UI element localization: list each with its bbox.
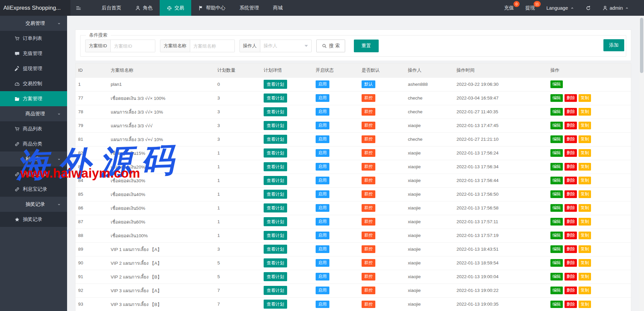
view-plan-button[interactable]: 查看计划: [264, 272, 287, 281]
edit-button[interactable]: 编辑: [550, 218, 563, 226]
view-plan-button[interactable]: 查看计划: [264, 121, 287, 130]
view-plan-button[interactable]: 查看计划: [264, 94, 287, 103]
delete-button[interactable]: 删除: [565, 218, 577, 226]
copy-button[interactable]: 复制: [579, 135, 591, 143]
sidebar-group-goods-manage[interactable]: 商品管理: [0, 106, 67, 121]
copy-button[interactable]: 复制: [579, 204, 591, 212]
edit-button[interactable]: 编辑: [550, 94, 563, 102]
sidebar-item-goods-list[interactable]: 商品列表: [0, 121, 67, 136]
delete-button[interactable]: 删除: [565, 259, 577, 267]
group-control-badge[interactable]: 群控: [362, 259, 375, 267]
sidebar-item-plan-manage[interactable]: 方案管理: [0, 91, 67, 106]
status-enabled-badge[interactable]: 启用: [316, 94, 329, 102]
copy-button[interactable]: 复制: [579, 232, 591, 239]
group-control-badge[interactable]: 群控: [362, 232, 375, 239]
group-control-badge[interactable]: 群控: [362, 135, 375, 143]
status-enabled-badge[interactable]: 启用: [316, 177, 329, 184]
delete-button[interactable]: 删除: [565, 301, 577, 308]
operator-select[interactable]: 操作人: [260, 40, 311, 52]
sidebar-item-trade-control[interactable]: 交易控制: [0, 76, 67, 91]
status-enabled-badge[interactable]: 启用: [316, 122, 329, 129]
group-control-badge[interactable]: 群控: [362, 122, 375, 129]
delete-button[interactable]: 删除: [565, 273, 577, 281]
view-plan-button[interactable]: 查看计划: [264, 107, 287, 116]
view-plan-button[interactable]: 查看计划: [264, 286, 287, 295]
edit-button[interactable]: 编辑: [550, 259, 563, 267]
edit-button[interactable]: 编辑: [550, 135, 563, 143]
nav-item-roles[interactable]: 角色: [128, 0, 160, 16]
copy-button[interactable]: 复制: [579, 122, 591, 129]
plan-group-id-input[interactable]: [111, 40, 155, 52]
sidebar-group-interest[interactable]: 利息宝: [0, 151, 67, 167]
reset-button[interactable]: 重置: [354, 40, 379, 52]
group-control-badge[interactable]: 群控: [362, 163, 375, 171]
delete-button[interactable]: 删除: [565, 163, 577, 171]
delete-button[interactable]: 删除: [565, 108, 577, 116]
edit-button[interactable]: 编辑: [550, 245, 563, 253]
delete-button[interactable]: 删除: [565, 135, 577, 143]
status-enabled-badge[interactable]: 启用: [316, 149, 329, 157]
view-plan-button[interactable]: 查看计划: [264, 231, 287, 240]
sidebar-group-trade-manage[interactable]: 交易管理: [0, 16, 67, 31]
group-control-badge[interactable]: 群控: [362, 108, 375, 116]
status-enabled-badge[interactable]: 启用: [316, 218, 329, 226]
edit-button[interactable]: 编辑: [550, 190, 563, 198]
status-enabled-badge[interactable]: 启用: [316, 287, 329, 294]
copy-button[interactable]: 复制: [579, 301, 591, 308]
edit-button[interactable]: 编辑: [550, 149, 563, 157]
delete-button[interactable]: 删除: [565, 245, 577, 253]
status-enabled-badge[interactable]: 启用: [316, 204, 329, 212]
nav-item-system[interactable]: 系统管理: [232, 0, 266, 16]
delete-button[interactable]: 删除: [565, 204, 577, 212]
copy-button[interactable]: 复制: [579, 287, 591, 294]
group-control-badge[interactable]: 群控: [362, 301, 375, 308]
group-control-badge[interactable]: 群控: [362, 273, 375, 281]
delete-button[interactable]: 删除: [565, 232, 577, 239]
group-control-badge[interactable]: 群控: [362, 204, 375, 212]
view-plan-button[interactable]: 查看计划: [264, 190, 287, 199]
group-control-badge[interactable]: 群控: [362, 190, 375, 198]
view-plan-button[interactable]: 查看计划: [264, 135, 287, 144]
status-enabled-badge[interactable]: 启用: [316, 190, 329, 198]
default-badge[interactable]: 默认: [362, 80, 375, 88]
copy-button[interactable]: 复制: [579, 245, 591, 253]
nav-item-trade[interactable]: 交易: [160, 0, 191, 16]
edit-button[interactable]: 编辑: [550, 80, 563, 88]
search-button[interactable]: 搜 索: [316, 40, 345, 52]
refresh-button[interactable]: [580, 0, 597, 16]
view-plan-button[interactable]: 查看计划: [264, 258, 287, 267]
edit-button[interactable]: 编辑: [550, 232, 563, 239]
language-dropdown[interactable]: Language: [541, 0, 580, 16]
status-enabled-badge[interactable]: 启用: [316, 259, 329, 267]
delete-button[interactable]: 删除: [565, 149, 577, 157]
view-plan-button[interactable]: 查看计划: [264, 80, 287, 89]
status-enabled-badge[interactable]: 启用: [316, 135, 329, 143]
edit-button[interactable]: 编辑: [550, 163, 563, 171]
copy-button[interactable]: 复制: [579, 149, 591, 157]
edit-button[interactable]: 编辑: [550, 204, 563, 212]
status-enabled-badge[interactable]: 启用: [316, 232, 329, 239]
sidebar-item-withdraw-mgmt[interactable]: 提现管理: [0, 61, 67, 76]
copy-button[interactable]: 复制: [579, 94, 591, 102]
delete-button[interactable]: 删除: [565, 287, 577, 294]
view-plan-button[interactable]: 查看计划: [264, 203, 287, 212]
group-control-badge[interactable]: 群控: [362, 94, 375, 102]
status-enabled-badge[interactable]: 启用: [316, 108, 329, 116]
copy-button[interactable]: 复制: [579, 218, 591, 226]
add-button[interactable]: 添加: [603, 39, 624, 51]
delete-button[interactable]: 删除: [565, 177, 577, 184]
copy-button[interactable]: 复制: [579, 163, 591, 171]
edit-button[interactable]: 编辑: [550, 301, 563, 308]
group-control-badge[interactable]: 群控: [362, 177, 375, 184]
edit-button[interactable]: 编辑: [550, 177, 563, 184]
copy-button[interactable]: 复制: [579, 273, 591, 281]
view-plan-button[interactable]: 查看计划: [264, 162, 287, 171]
nav-item-home[interactable]: 后台首页: [95, 0, 128, 16]
copy-button[interactable]: 复制: [579, 259, 591, 267]
view-plan-button[interactable]: 查看计划: [264, 176, 287, 185]
plan-group-name-input[interactable]: [190, 40, 234, 52]
group-control-badge[interactable]: 群控: [362, 149, 375, 157]
edit-button[interactable]: 编辑: [550, 287, 563, 294]
status-enabled-badge[interactable]: 启用: [316, 273, 329, 281]
sidebar-item-interest-options[interactable]: 利息宝选项: [0, 167, 67, 182]
